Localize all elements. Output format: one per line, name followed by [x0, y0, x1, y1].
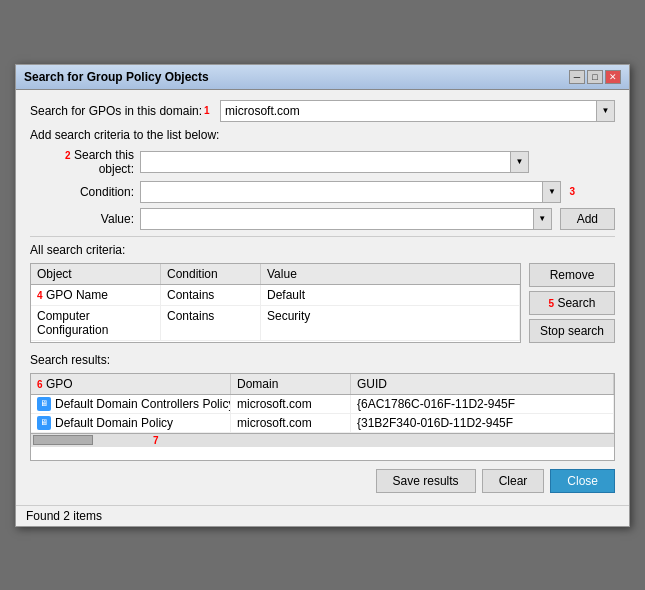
col-condition: Condition: [161, 264, 261, 284]
bottom-buttons: Save results Clear Close: [30, 469, 615, 495]
horizontal-scrollbar[interactable]: 7: [31, 433, 614, 447]
criteria-cell-value-2: Security: [261, 306, 520, 340]
annotation-2: 2: [61, 150, 71, 161]
result-col-domain: Domain: [231, 374, 351, 394]
col-value: Value: [261, 264, 520, 284]
criteria-table-container: Object Condition Value 4 GPO Name Contai…: [30, 263, 615, 343]
domain-input[interactable]: [220, 100, 597, 122]
divider-1: [30, 236, 615, 237]
remove-button[interactable]: Remove: [529, 263, 615, 287]
condition-combo: ▼: [140, 181, 561, 203]
search-object-combo: ▼: [140, 151, 529, 173]
domain-row: Search for GPOs in this domain: 1 ▼: [30, 100, 615, 122]
domain-combo: ▼: [220, 100, 615, 122]
criteria-cell-value-1: Default: [261, 285, 520, 305]
window-title: Search for Group Policy Objects: [24, 70, 209, 84]
maximize-button[interactable]: □: [587, 70, 603, 84]
result-cell-gpo-1: 🖥 Default Domain Controllers Policy: [31, 395, 231, 413]
value-row: Value: ▼ Add: [30, 208, 615, 230]
criteria-side-buttons: Remove 5 Search Stop search: [529, 263, 615, 343]
result-cell-domain-1: microsoft.com: [231, 395, 351, 413]
close-window-button[interactable]: ✕: [605, 70, 621, 84]
status-bar: Found 2 items: [16, 505, 629, 526]
result-row-2[interactable]: 🖥 Default Domain Policy microsoft.com {3…: [31, 414, 614, 433]
results-table-container: 6 GPO Domain GUID 🖥 Default Domain Contr…: [30, 373, 615, 461]
condition-label: Condition:: [30, 185, 140, 199]
dialog-content: Search for GPOs in this domain: 1 ▼ Add …: [16, 90, 629, 505]
result-cell-domain-2: microsoft.com: [231, 414, 351, 432]
annotation-5: 5: [549, 298, 555, 309]
condition-input[interactable]: [140, 181, 543, 203]
criteria-cell-condition-1: Contains: [161, 285, 261, 305]
annotation-3: 3: [569, 186, 575, 197]
status-text: Found 2 items: [26, 509, 102, 523]
criteria-cell-object-1: 4 GPO Name: [31, 285, 161, 305]
condition-dropdown-arrow[interactable]: ▼: [543, 181, 561, 203]
search-object-input[interactable]: [140, 151, 511, 173]
all-criteria-label: All search criteria:: [30, 243, 615, 257]
domain-label: Search for GPOs in this domain:: [30, 104, 202, 118]
title-bar: Search for Group Policy Objects ─ □ ✕: [16, 65, 629, 90]
results-table-header: 6 GPO Domain GUID: [31, 374, 614, 395]
condition-row: Condition: ▼ 3: [30, 181, 615, 203]
domain-dropdown-arrow[interactable]: ▼: [597, 100, 615, 122]
value-label: Value:: [30, 212, 140, 226]
search-object-dropdown-arrow[interactable]: ▼: [511, 151, 529, 173]
annotation-4: 4: [37, 290, 43, 301]
annotation-7: 7: [153, 435, 159, 446]
col-object: Object: [31, 264, 161, 284]
results-section: Search results: 6 GPO Domain GUID 🖥 Defa…: [30, 353, 615, 461]
stop-search-button[interactable]: Stop search: [529, 319, 615, 343]
annotation-1: 1: [204, 105, 214, 116]
results-label: Search results:: [30, 353, 615, 367]
result-row-1[interactable]: 🖥 Default Domain Controllers Policy micr…: [31, 395, 614, 414]
search-object-label: 2 Search this object:: [30, 148, 140, 176]
main-window: Search for Group Policy Objects ─ □ ✕ Se…: [15, 64, 630, 527]
criteria-table: Object Condition Value 4 GPO Name Contai…: [30, 263, 521, 343]
value-combo: ▼: [140, 208, 552, 230]
window-controls: ─ □ ✕: [569, 70, 621, 84]
search-button[interactable]: 5 Search: [529, 291, 615, 315]
minimize-button[interactable]: ─: [569, 70, 585, 84]
criteria-row-2[interactable]: Computer Configuration Contains Security: [31, 306, 520, 341]
gpo-icon-2: 🖥: [37, 416, 51, 430]
close-button[interactable]: Close: [550, 469, 615, 493]
add-criteria-label: Add search criteria to the list below:: [30, 128, 615, 142]
result-col-gpo: 6 GPO: [31, 374, 231, 394]
criteria-section: All search criteria: Object Condition Va…: [30, 243, 615, 343]
result-col-guid: GUID: [351, 374, 614, 394]
criteria-row-1[interactable]: 4 GPO Name Contains Default: [31, 285, 520, 306]
criteria-cell-object-2: Computer Configuration: [31, 306, 161, 340]
add-button[interactable]: Add: [560, 208, 615, 230]
save-results-button[interactable]: Save results: [376, 469, 476, 493]
value-dropdown-arrow[interactable]: ▼: [534, 208, 552, 230]
criteria-cell-condition-2: Contains: [161, 306, 261, 340]
search-object-row: 2 Search this object: ▼: [30, 148, 615, 176]
annotation-6: 6: [37, 379, 43, 390]
clear-button[interactable]: Clear: [482, 469, 545, 493]
gpo-icon-1: 🖥: [37, 397, 51, 411]
criteria-table-header: Object Condition Value: [31, 264, 520, 285]
result-cell-guid-1: {6AC1786C-016F-11D2-945F: [351, 395, 614, 413]
result-cell-guid-2: {31B2F340-016D-11D2-945F: [351, 414, 614, 432]
result-cell-gpo-2: 🖥 Default Domain Policy: [31, 414, 231, 432]
value-input[interactable]: [140, 208, 534, 230]
scroll-thumb[interactable]: [33, 435, 93, 445]
